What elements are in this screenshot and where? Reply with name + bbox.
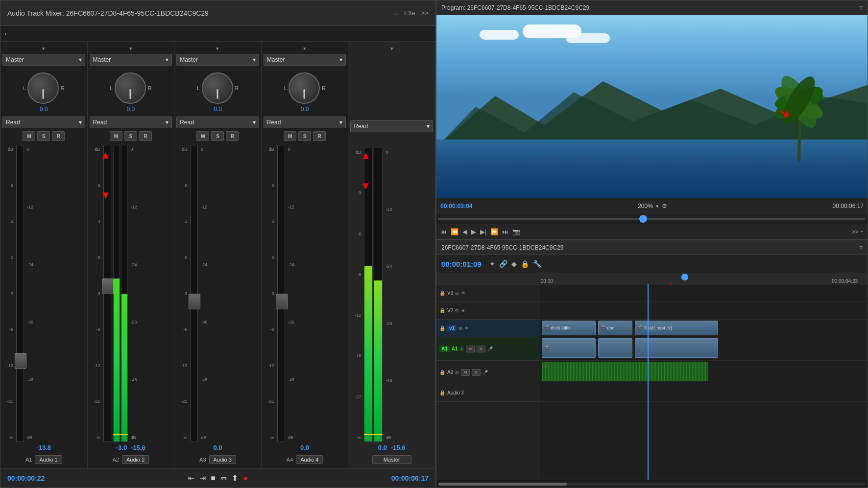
snap-icon[interactable]: ✦ (489, 260, 495, 268)
read-dropdown-a2[interactable]: Read ▾ (90, 116, 172, 128)
read-dropdown-a4[interactable]: Read ▾ (264, 116, 346, 128)
go-to-in-btn[interactable]: ⇤ (188, 473, 194, 483)
db-scale-right-a4: 0-12-24-36-48dB (287, 145, 294, 442)
prev-frame-btn[interactable]: ◀ (462, 228, 467, 235)
step-fwd-btn[interactable]: ⏩ (490, 228, 498, 235)
mute-a1-tl[interactable]: M (466, 346, 475, 352)
track-content-area: 🎬 dock atitb 🎬 doc 🎬 Tikal1.mp4 [V] 🎬 (539, 284, 868, 480)
export-frame-btn[interactable]: 📷 (512, 228, 520, 235)
channel-chevron-a4: ▾ (303, 46, 306, 52)
pan-knob-dial-a1[interactable] (27, 72, 59, 104)
pan-knob-a3[interactable]: L R 0.0 (176, 72, 259, 113)
magnet-icon[interactable]: 🔒 (521, 260, 529, 268)
lock-icon-v1[interactable]: 🔒 (439, 325, 445, 331)
fader-track-a1[interactable] (16, 145, 24, 442)
program-playhead[interactable] (639, 215, 647, 223)
record-btn-transport[interactable]: ● (243, 474, 248, 483)
pan-knob-dial-a3[interactable] (202, 72, 233, 104)
mixer-transport: 00:00:00:22 ⇤ ⇥ ■ ⇔ ⬆ ● 00:00:06:17 (0, 468, 435, 488)
fader-area-a2: dB630-3-6-12-21-∞ ▲ ▼ (90, 145, 172, 442)
fader-track-a4[interactable] (277, 145, 285, 442)
export-btn[interactable]: ⬆ (232, 473, 238, 483)
master-dropdown-a2[interactable]: Master ▾ (90, 54, 172, 66)
playbar-track[interactable] (438, 218, 866, 220)
fader-track-a3[interactable] (190, 145, 198, 442)
mute-btn-a3[interactable]: M (196, 131, 209, 141)
track-content-v3 (539, 284, 868, 302)
mute-btn-a2[interactable]: M (110, 131, 122, 141)
link-icon[interactable]: 🔗 (499, 260, 507, 268)
clip-a1-1[interactable]: 🎬 (542, 338, 596, 358)
pan-knob-dial-a2[interactable] (115, 72, 146, 104)
scrollbar-track[interactable] (438, 483, 866, 486)
fader-handle-a2[interactable] (102, 279, 114, 294)
hamburger-icon[interactable]: ≡ (394, 9, 398, 17)
timeline-menu-icon[interactable]: ≡ (859, 244, 863, 251)
expand-icon[interactable]: >> (421, 9, 429, 17)
solo-btn-a3[interactable]: S (211, 131, 224, 141)
fader-handle-a1[interactable] (15, 353, 26, 369)
marker-icon[interactable]: ◆ (511, 260, 517, 268)
solo-btn-a1[interactable]: S (37, 131, 50, 141)
monitor-current-time: 00:00:03:04 (440, 203, 472, 209)
record-btn-a4[interactable]: R (313, 131, 326, 141)
program-monitor-panel: Program: 26FC6607-27D8-4F65-95CC-1BDCB24… (436, 0, 868, 240)
stop-btn[interactable]: ■ (211, 474, 216, 483)
next-frame-btn[interactable]: ▶| (480, 228, 486, 235)
mute-btn-a1[interactable]: M (23, 131, 35, 141)
pan-value-a1: 0.0 (40, 106, 48, 113)
timeline-scrollbar[interactable] (436, 480, 868, 488)
record-btn-a2[interactable]: R (139, 131, 152, 141)
track-label-v2: 🔒 V2 ⊞ 👁 (436, 302, 539, 320)
wrench-icon[interactable]: 🔧 (533, 260, 541, 268)
master-dropdown-a3[interactable]: Master ▾ (176, 54, 259, 66)
clip-a2-waveform[interactable]: ⚠ (542, 362, 708, 381)
clip-v1-2[interactable]: 🎬 doc (598, 321, 632, 335)
go-to-out-btn[interactable]: ⇥ (199, 473, 206, 483)
solo-a1-tl[interactable]: S (477, 346, 485, 352)
chevron-down-icon: ▾ (339, 119, 342, 126)
channel-chevron-a2: ▾ (129, 46, 132, 52)
go-out-btn[interactable]: ⏭ (502, 228, 508, 235)
fader-handle-a3[interactable] (189, 294, 200, 309)
lock-icon-v2[interactable]: 🔒 (439, 308, 445, 313)
solo-btn-a4[interactable]: S (298, 131, 311, 141)
pan-knob-a1[interactable]: L R 0.0 (2, 72, 85, 113)
solo-a2-tl[interactable]: S (472, 369, 481, 376)
record-btn-a1[interactable]: R (52, 131, 65, 141)
channel-name-master: Master (372, 455, 411, 464)
pan-knob-dial-a4[interactable] (289, 72, 320, 104)
shuttle-btn[interactable]: ⇔ (220, 473, 227, 483)
mute-btn-a4[interactable]: M (284, 131, 296, 141)
program-menu-icon[interactable]: ≡ (859, 4, 863, 11)
channel-name-a4: Audio 4 (296, 455, 323, 464)
master-dropdown-a4[interactable]: Master ▾ (264, 54, 346, 66)
zoom-dropdown-icon[interactable]: ▾ (656, 203, 659, 209)
clip-a1-2[interactable] (598, 338, 632, 358)
fader-handle-a4[interactable] (276, 294, 288, 309)
collapse-arrow-icon[interactable]: › (4, 30, 6, 37)
pan-knob-a4[interactable]: L R 0.0 (264, 72, 346, 113)
scrollbar-thumb[interactable] (438, 483, 567, 486)
settings-icon[interactable]: ⚙ (662, 203, 667, 209)
read-dropdown-master[interactable]: Read ▾ (350, 120, 433, 132)
pan-knob-a2[interactable]: L R 0.0 (90, 72, 172, 113)
msr-row-a1: M S R (23, 131, 65, 141)
read-dropdown-a1[interactable]: Read ▾ (2, 116, 85, 128)
mute-a2-tl[interactable]: M (461, 369, 470, 376)
read-dropdown-a3[interactable]: Read ▾ (176, 116, 259, 128)
timeline-body: 🔒 V3 ⊞ 👁 🔒 V2 ⊞ 👁 🔒 v1 ⊞ 👁 (436, 284, 868, 480)
channel-a3: ▾ Master ▾ L R 0.0 Read ▾ (174, 42, 262, 468)
clip-v1-1[interactable]: 🎬 dock atitb (542, 321, 596, 335)
play-btn[interactable]: ▶ (471, 228, 476, 235)
monitor-playbar[interactable] (436, 214, 868, 224)
solo-btn-a2[interactable]: S (124, 131, 137, 141)
channel-name-a1: Audio 1 (35, 455, 62, 464)
go-in-btn[interactable]: ⏮ (440, 228, 447, 235)
fader-area-master: dB-3-6-9-12-18-27-∞ ▲ ▼ (350, 148, 433, 442)
record-btn-a3[interactable]: R (226, 131, 239, 141)
monitor-more-icon[interactable]: >> + (852, 229, 864, 235)
step-back-btn[interactable]: ⏪ (451, 228, 458, 235)
master-dropdown-a1[interactable]: Master ▾ (2, 54, 85, 66)
lock-icon-v3[interactable]: 🔒 (439, 290, 445, 296)
